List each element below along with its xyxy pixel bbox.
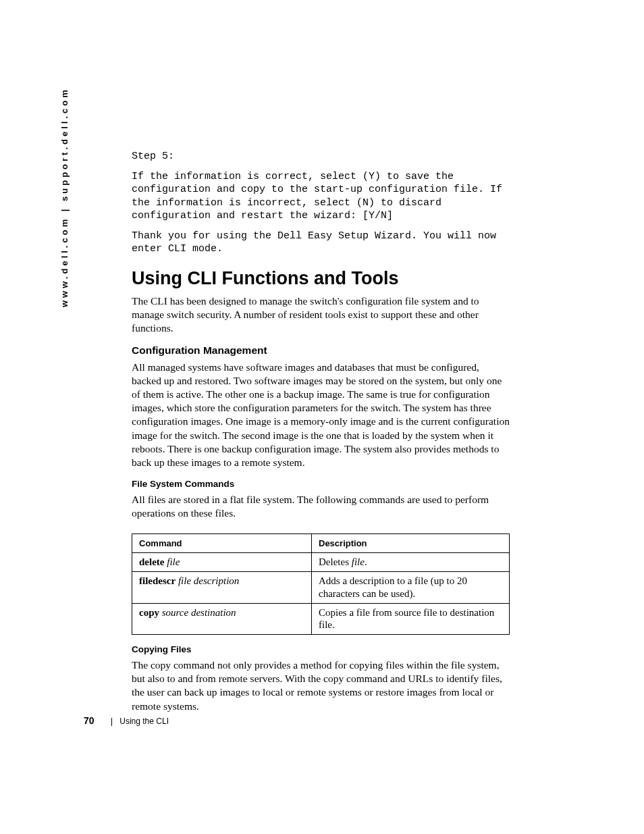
intro-paragraph: The CLI has been designed to manage the …	[132, 294, 510, 335]
desc-pre: Deletes	[319, 556, 352, 567]
desc-cell: Adds a description to a file (up to 20 c…	[312, 572, 510, 604]
desc-pre: Adds a description to a file (up to 20 c…	[319, 575, 467, 599]
table-row: copy source destination Copies a file fr…	[132, 603, 510, 635]
desc-post: .	[365, 556, 367, 567]
table-header-row: Command Description	[132, 534, 510, 553]
th-command: Command	[132, 534, 312, 553]
fsc-paragraph: All files are stored in a flat file syst…	[132, 493, 510, 520]
step5-para1: If the information is correct, select (Y…	[132, 170, 510, 223]
heading-config-mgmt: Configuration Management	[132, 344, 510, 357]
cmd-bold: filedescr	[139, 575, 176, 586]
side-url-text: www.dell.com | support.dell.com	[59, 87, 70, 307]
config-paragraph: All managed systems have software images…	[132, 361, 510, 469]
table-row: delete file Deletes file.	[132, 553, 510, 572]
table-row: filedescr file description Adds a descri…	[132, 572, 510, 604]
page-content: Step 5: If the information is correct, s…	[132, 150, 510, 721]
heading-copying-files: Copying Files	[132, 644, 510, 654]
copy-paragraph: The copy command not only provides a met…	[132, 658, 510, 713]
cmd-bold: copy	[139, 607, 159, 618]
desc-ital: file	[352, 556, 365, 567]
cmd-bold: delete	[139, 556, 164, 567]
footer-section: Using the CLI	[119, 716, 169, 726]
desc-pre: Copies a file from source file to destin…	[319, 607, 494, 631]
cmd-ital: source destination	[162, 607, 236, 618]
footer-separator	[111, 718, 112, 726]
commands-table: Command Description delete file Deletes …	[132, 533, 510, 635]
cmd-cell: delete file	[132, 553, 312, 572]
page-number: 70	[84, 715, 95, 726]
cmd-ital: file	[167, 556, 180, 567]
desc-cell: Deletes file.	[312, 553, 510, 572]
heading-using-cli: Using CLI Functions and Tools	[132, 268, 510, 289]
desc-cell: Copies a file from source file to destin…	[312, 603, 510, 635]
th-description: Description	[312, 534, 510, 553]
step5-para2: Thank you for using the Dell Easy Setup …	[132, 230, 510, 256]
heading-fs-commands: File System Commands	[132, 479, 510, 489]
page-footer: 70 Using the CLI	[84, 715, 169, 726]
cmd-ital: file description	[178, 575, 239, 586]
page: www.dell.com | support.dell.com Step 5: …	[0, 0, 644, 834]
step5-label: Step 5:	[132, 150, 510, 163]
cmd-cell: filedescr file description	[132, 572, 312, 604]
cmd-cell: copy source destination	[132, 603, 312, 635]
